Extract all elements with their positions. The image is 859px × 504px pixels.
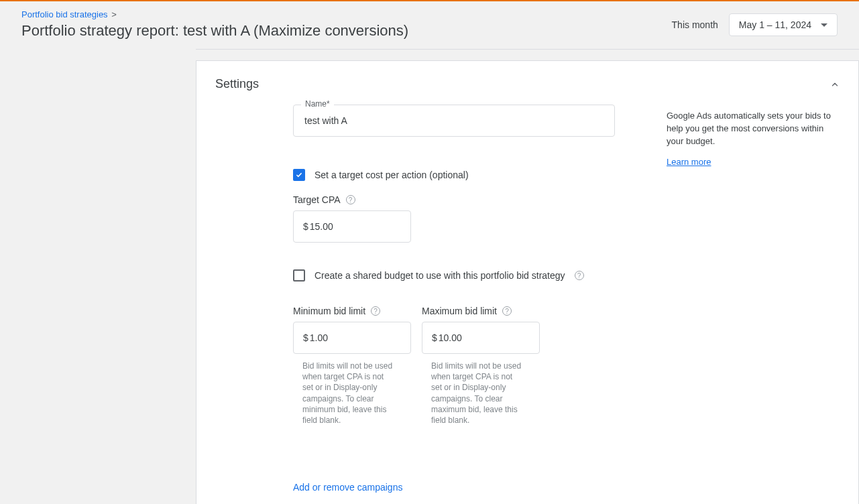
page-header: Portfolio bid strategies > Portfolio str…	[0, 1, 859, 49]
bid-limits: Minimum bid limit ? $ 1.00 Bid limits wi…	[293, 306, 641, 426]
max-bid-helper-text: Bid limits will not be used when target …	[422, 361, 522, 426]
check-icon	[296, 172, 302, 178]
min-bid-helper-text: Bid limits will not be used when target …	[293, 361, 394, 426]
help-icon[interactable]: ?	[346, 195, 355, 204]
set-target-cpa-label: Set a target cost per action (optional)	[314, 170, 469, 180]
min-bid-label: Minimum bid limit	[293, 306, 365, 316]
header-divider	[196, 49, 859, 50]
min-bid-label-row: Minimum bid limit ?	[293, 306, 411, 316]
target-cpa-input[interactable]: $ 15.00	[293, 210, 411, 243]
date-preset-label: This month	[672, 19, 718, 30]
help-icon[interactable]: ?	[371, 306, 380, 316]
set-target-cpa-row: Set a target cost per action (optional)	[293, 169, 641, 181]
max-bid-column: Maximum bid limit ? $ 10.00 Bid limits w…	[422, 306, 540, 426]
breadcrumb-separator: >	[111, 9, 117, 19]
date-range-value: May 1 – 11, 2024	[739, 19, 811, 30]
help-icon[interactable]: ?	[575, 271, 584, 280]
form-column: Name* Set a target cost per action (opti…	[196, 105, 657, 493]
title-block: Portfolio bid strategies > Portfolio str…	[21, 9, 408, 40]
max-bid-input[interactable]: $ 10.00	[422, 322, 540, 354]
shared-budget-label: Create a shared budget to use with this …	[314, 270, 565, 281]
settings-card: Settings Name* Set a target cost per act…	[196, 60, 859, 504]
min-bid-value: 1.00	[310, 332, 328, 343]
set-target-cpa-checkbox[interactable]	[293, 169, 305, 181]
card-title: Settings	[215, 77, 259, 91]
max-bid-value: 10.00	[439, 332, 462, 343]
min-bid-column: Minimum bid limit ? $ 1.00 Bid limits wi…	[293, 306, 411, 426]
name-field-wrap: Name*	[293, 105, 615, 137]
chevron-down-icon	[821, 23, 827, 27]
card-body: Name* Set a target cost per action (opti…	[196, 105, 858, 493]
min-bid-input[interactable]: $ 1.00	[293, 322, 411, 354]
name-input[interactable]	[293, 105, 615, 137]
target-cpa-value: 15.00	[310, 221, 333, 232]
currency-prefix: $	[303, 332, 308, 343]
date-range-dropdown[interactable]: May 1 – 11, 2024	[729, 13, 838, 36]
breadcrumb-link[interactable]: Portfolio bid strategies	[21, 9, 108, 19]
chevron-up-icon[interactable]	[830, 80, 840, 89]
name-label: Name*	[301, 99, 334, 109]
breadcrumb: Portfolio bid strategies >	[21, 9, 408, 19]
target-cpa-label-row: Target CPA ?	[293, 194, 641, 205]
info-column: Google Ads automatically sets your bids …	[657, 105, 858, 493]
date-area: This month May 1 – 11, 2024	[672, 13, 838, 36]
currency-prefix: $	[303, 221, 308, 232]
page-title: Portfolio strategy report: test with A (…	[21, 22, 408, 40]
info-text: Google Ads automatically sets your bids …	[667, 110, 842, 148]
card-header: Settings	[196, 61, 858, 105]
learn-more-link[interactable]: Learn more	[667, 156, 711, 169]
currency-prefix: $	[432, 332, 437, 343]
shared-budget-checkbox[interactable]	[293, 269, 305, 281]
help-icon[interactable]: ?	[502, 306, 512, 316]
shared-budget-row: Create a shared budget to use with this …	[293, 269, 641, 281]
target-cpa-label: Target CPA	[293, 194, 341, 205]
max-bid-label: Maximum bid limit	[422, 306, 497, 316]
max-bid-label-row: Maximum bid limit ?	[422, 306, 540, 316]
add-remove-campaigns-link[interactable]: Add or remove campaigns	[293, 482, 402, 493]
